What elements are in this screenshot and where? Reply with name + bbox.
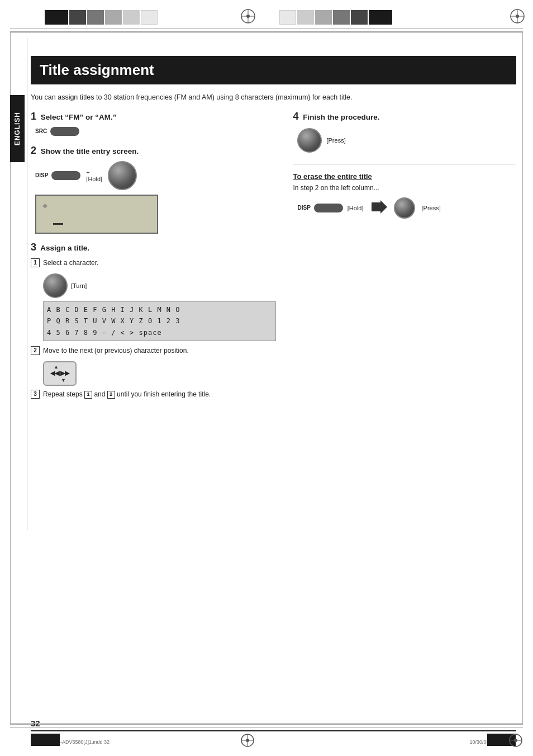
char-grid-row2: P Q R S T U V W X Y Z 0 1 2 3 bbox=[47, 315, 272, 327]
sub-text-3: Repeat steps 1 and 2 until you finish en… bbox=[43, 389, 211, 399]
knob-turn-container: [Turn] bbox=[43, 273, 276, 298]
sub-text-1: Select a character. bbox=[43, 258, 98, 268]
sidebar-divider bbox=[27, 38, 27, 530]
bottom-rule bbox=[31, 730, 516, 732]
char-grid: A B C D E F G H I J K L M N O P Q R S T … bbox=[43, 301, 276, 341]
step2-heading: 2 Show the title entry screen. bbox=[31, 145, 276, 157]
sub-num-1: 1 bbox=[31, 258, 40, 267]
seek-left-icon: ◀◀ bbox=[50, 370, 59, 377]
page-border-bottom bbox=[10, 724, 523, 725]
page-border-right bbox=[522, 31, 523, 725]
step1-section: 1 Select “FM” or “AM.” SRC bbox=[31, 111, 276, 136]
seek-right-icon: ▶▶ bbox=[60, 370, 69, 377]
bar-seg bbox=[297, 10, 314, 25]
svg-point-7 bbox=[516, 15, 519, 18]
title-box: Title assignment bbox=[31, 56, 516, 84]
step3-num: 3 bbox=[31, 242, 36, 253]
compass-right bbox=[510, 8, 525, 24]
step2-num: 2 bbox=[31, 145, 36, 156]
seek-arrows-row: ◀◀ ▶▶ bbox=[50, 370, 69, 377]
arrow-down: ▼ bbox=[61, 377, 66, 383]
step3-section: 3 Assign a title. 1 Select a character. … bbox=[31, 242, 276, 399]
knob-turn bbox=[43, 273, 68, 298]
arrow-icon bbox=[372, 200, 387, 215]
bar-seg bbox=[31, 734, 60, 746]
section-divider bbox=[293, 164, 516, 164]
svg-point-12 bbox=[246, 739, 249, 742]
disp-button-graphic bbox=[51, 171, 80, 180]
arrow-up: ▲ bbox=[54, 364, 59, 370]
bar-seg bbox=[141, 10, 158, 25]
page-title: Title assignment bbox=[40, 62, 507, 79]
thin-line-bottom2 bbox=[10, 723, 523, 724]
bar-seg bbox=[279, 10, 296, 25]
display-cursor bbox=[53, 223, 63, 225]
step1-num: 1 bbox=[31, 111, 36, 122]
bar-seg bbox=[123, 10, 140, 25]
knob-erase bbox=[394, 197, 415, 219]
language-sidebar: ENGLISH bbox=[10, 95, 25, 162]
inline-sub-1: 1 bbox=[84, 391, 92, 399]
sub-step-2: 2 Move to the next (or previous) charact… bbox=[31, 346, 276, 356]
char-grid-row3: 4 5 6 7 8 9 – / < > space bbox=[47, 327, 272, 338]
step2-section: 2 Show the title entry screen. DISP + [H… bbox=[31, 145, 276, 234]
finish-row: [Press] bbox=[297, 128, 516, 153]
svg-point-16 bbox=[514, 739, 517, 742]
step4-heading: 4 Finish the procedure. bbox=[293, 111, 516, 122]
display-screen: ✦ bbox=[35, 195, 158, 234]
seek-button: ▲ ◀◀ ▶▶ ▼ bbox=[43, 361, 77, 386]
step1-heading: 1 Select “FM” or “AM.” bbox=[31, 111, 276, 122]
top-bar-left bbox=[45, 10, 158, 25]
intro-text: You can assign titles to 30 station freq… bbox=[31, 92, 516, 103]
bar-seg bbox=[69, 10, 86, 25]
disp-label-erase: DISP bbox=[297, 205, 310, 211]
bar-seg bbox=[87, 10, 104, 25]
left-column: 1 Select “FM” or “AM.” SRC 2 Show the ti… bbox=[31, 111, 276, 405]
top-bar-right bbox=[279, 10, 392, 25]
step3-label: Assign a title. bbox=[40, 244, 89, 252]
bar-seg bbox=[333, 10, 350, 25]
press-label-erase: [Press] bbox=[422, 205, 441, 211]
display-flash: ✦ bbox=[41, 200, 49, 212]
sub-text-2: Move to the next (or previous) character… bbox=[43, 346, 189, 356]
thin-line-top bbox=[10, 28, 523, 29]
seek-btn-container: ▲ ◀◀ ▶▶ ▼ bbox=[43, 361, 276, 386]
erase-section: To erase the entire title In step 2 on t… bbox=[293, 172, 516, 219]
step4-section: 4 Finish the procedure. [Press] bbox=[293, 111, 516, 153]
char-grid-row1: A B C D E F G H I J K L M N O bbox=[47, 304, 272, 315]
erase-row: DISP [Hold] [Press] bbox=[297, 197, 516, 219]
plus-hold-label: + [Hold] bbox=[86, 169, 102, 182]
page-border-top bbox=[10, 31, 523, 32]
step4-num: 4 bbox=[293, 111, 298, 122]
main-content: Title assignment You can assign titles t… bbox=[31, 56, 516, 722]
step3-heading: 3 Assign a title. bbox=[31, 242, 276, 253]
two-column-layout: 1 Select “FM” or “AM.” SRC 2 Show the ti… bbox=[31, 111, 516, 405]
compass-bottom-left bbox=[240, 733, 255, 748]
erase-hold-label: [Hold] bbox=[348, 205, 364, 211]
turn-label: [Turn] bbox=[71, 282, 87, 289]
src-row: SRC bbox=[35, 127, 276, 136]
erase-disp-btn bbox=[314, 204, 343, 212]
sub-num-2: 2 bbox=[31, 346, 40, 355]
thin-line-bottom bbox=[10, 727, 523, 728]
bar-seg bbox=[45, 10, 68, 25]
bar-seg bbox=[105, 10, 122, 25]
inline-sub-2: 2 bbox=[107, 391, 115, 399]
knob-step2 bbox=[108, 161, 137, 190]
compass-left bbox=[240, 8, 256, 24]
step2-row: DISP + [Hold] bbox=[35, 161, 276, 190]
bar-seg bbox=[351, 10, 368, 25]
step1-label: Select “FM” or “AM.” bbox=[41, 113, 117, 121]
bar-seg bbox=[369, 10, 392, 25]
thin-line-top2 bbox=[10, 32, 523, 33]
language-label: ENGLISH bbox=[13, 112, 21, 145]
sub-num-3: 3 bbox=[31, 390, 40, 399]
compass-bottom-right bbox=[508, 733, 523, 748]
svg-marker-8 bbox=[372, 200, 387, 214]
bar-seg bbox=[315, 10, 332, 25]
src-label: SRC bbox=[35, 128, 47, 134]
footer: EN28-37_KD-ADV5580[J]1.indd 32 10/30/08 … bbox=[31, 739, 516, 745]
disp-label-step2: DISP bbox=[35, 172, 48, 178]
press-label-step4: [Press] bbox=[326, 137, 345, 144]
sub-step-1: 1 Select a character. bbox=[31, 258, 276, 268]
